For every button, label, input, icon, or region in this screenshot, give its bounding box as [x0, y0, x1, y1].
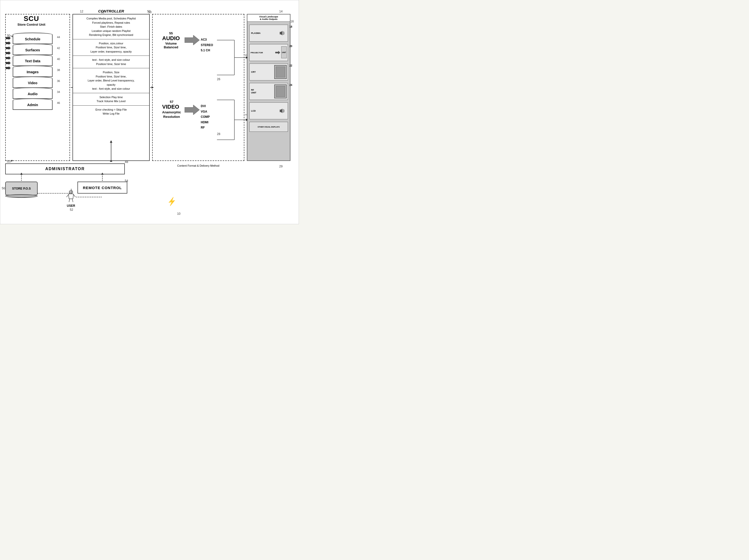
crt-label: CRT [251, 71, 256, 73]
svg-line-10 [73, 195, 76, 197]
store-pos-bottom [5, 194, 38, 198]
rf-label: RFUNIT [251, 89, 256, 94]
other-displays: OTHER VISUAL DISPLAYS [249, 122, 288, 132]
ref-20: 20 [290, 45, 292, 48]
cylinder-surfaces: Surfaces 42 [13, 44, 52, 56]
video-arrow-svg [185, 105, 199, 115]
audio-label: AUDIO [162, 35, 180, 42]
ref-30: 30 [7, 34, 10, 37]
plasma-label: PLASMA [251, 32, 260, 35]
scu-title: SCU Store Control Unit [8, 15, 55, 26]
crt-screen [274, 65, 287, 79]
ref-29: 29 [279, 165, 282, 168]
ref-22: 22 [290, 64, 292, 67]
cylinder-body-audio: Audio [13, 89, 52, 99]
cylinder-textdata: Text Data 40 [13, 55, 52, 66]
store-pos-label: STORE P.O.S [12, 187, 31, 190]
scu-big-label: SCU [8, 15, 55, 23]
video-section: 57 VIDEO AnamorphicResolution [162, 100, 181, 119]
ref-55: 55 [162, 31, 180, 35]
arrow-4 [6, 51, 11, 55]
user-area: USER 52 [66, 190, 76, 211]
ctrl-section-2: Position, size,colour Position/ time, Si… [73, 39, 149, 56]
audio-arrow-svg [185, 35, 199, 45]
ref-42: 42 [57, 47, 60, 49]
ctrl-section-1: Compiles Media pool, Schedules Playlist … [73, 15, 149, 39]
svg-marker-2 [280, 31, 282, 35]
ctrl-section-5: Selection Play time Track Volume Mix Lev… [73, 93, 149, 106]
cylinder-images: Images 38 [13, 66, 52, 78]
ref-52: 52 [66, 208, 77, 212]
svg-line-12 [72, 199, 73, 202]
ref-40: 40 [57, 58, 60, 61]
ref-56: 56 [2, 187, 5, 190]
display-rf: RFUNIT 24 [249, 83, 288, 100]
user-icon [66, 190, 76, 202]
ref-54: 54 [125, 179, 128, 182]
ref-38: 38 [57, 68, 60, 71]
speaker-icon-lcd [280, 108, 286, 113]
cylinder-body-textdata: Text Data [13, 57, 52, 66]
cylinder-admin: Admin 46 [13, 99, 52, 110]
ref-26: 26 [217, 78, 220, 81]
cylinder-body-video: Video [13, 79, 52, 88]
ctrl-section-3: text - font style, and size colour Posit… [73, 56, 149, 68]
controller-box: Compiles Media pool, Schedules Playlist … [72, 14, 150, 161]
arrow-6 [6, 61, 11, 65]
arrow-3 [6, 46, 11, 50]
audio-sub: VolumeBalanced [162, 42, 180, 49]
admin-box: ADMINISTRATOR [5, 164, 125, 174]
rf-screen [274, 84, 287, 99]
cylinder-body-surfaces: Surfaces [13, 46, 52, 55]
store-pos-area: 56 STORE P.O.S [5, 181, 38, 198]
lightning-ref-10: ⚡ [166, 196, 177, 207]
ref-48: 48 [125, 160, 128, 164]
remote-control-box: REMOTE CONTROL [78, 181, 127, 194]
cylinder-stack: Schedule 44 Surfaces 42 Text Data 40 Ima… [13, 33, 52, 110]
unit-label-projector: UNIT [281, 46, 287, 58]
arrow-icon-projector [275, 51, 280, 54]
arrow-2 [6, 41, 11, 45]
visual-box: Visual Landscape& Audio Outputs PLASMA 1… [247, 14, 291, 161]
ref-10: 10 [177, 212, 180, 215]
ref-14: 14 [279, 10, 282, 13]
projector-label: PROJECTOR [251, 51, 263, 54]
ref-44: 44 [57, 36, 60, 39]
store-pos-box: STORE P.O.S [5, 181, 38, 195]
controller-title: CONTROLLER [72, 9, 150, 13]
audio-section: 55 AUDIO VolumeBalanced [162, 31, 180, 49]
svg-marker-0 [185, 35, 199, 45]
display-projector: PROJECTOR UNIT 20 [249, 44, 288, 61]
svg-marker-3 [275, 51, 280, 54]
video-label: VIDEO [162, 104, 181, 110]
other-displays-label: OTHER VISUAL DISPLAYS [258, 126, 279, 128]
speaker-icon-plasma [280, 30, 286, 36]
ref-24: 24 [290, 84, 292, 86]
audio-formats: AC3STEREO5.1 CH [201, 37, 213, 53]
cylinder-body-images: Images [13, 67, 52, 77]
left-arrows [6, 36, 11, 70]
ref-34: 34 [57, 90, 60, 93]
ctrl-section-4: Position, Size Position/ time, Size/ tim… [73, 68, 149, 93]
arrow-7 [6, 66, 11, 70]
svg-marker-4 [280, 109, 282, 113]
visual-title: Visual Landscape& Audio Outputs [247, 15, 290, 22]
svg-line-11 [69, 199, 70, 202]
cylinder-body-admin: Admin [13, 101, 52, 110]
lcd-label: LCD [251, 110, 256, 112]
crt-screen-inner [276, 66, 285, 78]
cylinder-audio: Audio 34 [13, 87, 52, 100]
display-plasma: PLASMA 18 [249, 25, 288, 42]
svg-marker-1 [185, 105, 199, 115]
admin-label: ADMINISTRATOR [45, 167, 85, 171]
ref-57: 57 [162, 100, 181, 104]
ref-28: 28 [217, 132, 220, 136]
cylinder-video: Video 36 [13, 77, 52, 88]
ref-16: 16 [291, 20, 294, 23]
arrow-32: ↗ [10, 159, 13, 164]
scu-sub-label: Store Control Unit [8, 23, 55, 26]
ref-36: 36 [57, 80, 60, 83]
display-lcd: LCD [249, 102, 288, 119]
user-label: USER [66, 204, 76, 208]
remote-label: REMOTE CONTROL [83, 186, 122, 190]
